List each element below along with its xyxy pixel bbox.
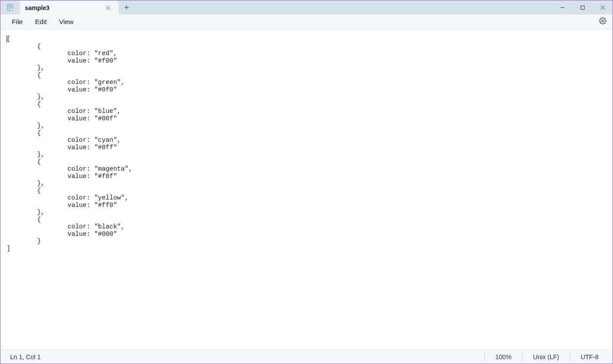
status-line-ending[interactable]: Unix (LF) bbox=[522, 354, 570, 360]
editor-content[interactable]: [ { color: "red", value: "#f00" }, { col… bbox=[7, 35, 606, 252]
svg-rect-0 bbox=[7, 4, 13, 10]
settings-button[interactable] bbox=[596, 15, 609, 28]
editor-area[interactable]: [ { color: "red", value: "#f00" }, { col… bbox=[0, 29, 613, 350]
svg-point-13 bbox=[602, 20, 603, 21]
status-zoom[interactable]: 100% bbox=[485, 354, 522, 360]
menubar: File Edit View bbox=[0, 14, 613, 29]
status-position[interactable]: Ln 1, Col 1 bbox=[4, 354, 41, 360]
app-icon bbox=[0, 0, 20, 14]
window-controls bbox=[552, 0, 613, 14]
minimize-button[interactable] bbox=[552, 0, 572, 14]
app-window: sample3 File Edit View bbox=[0, 0, 613, 364]
close-tab-icon[interactable] bbox=[103, 3, 113, 13]
text-cursor bbox=[7, 35, 7, 42]
status-encoding[interactable]: UTF-8 bbox=[570, 354, 609, 360]
new-tab-button[interactable] bbox=[119, 0, 134, 14]
tab-title: sample3 bbox=[25, 4, 103, 11]
svg-rect-10 bbox=[581, 6, 584, 9]
tab-active[interactable]: sample3 bbox=[20, 1, 119, 15]
menu-view[interactable]: View bbox=[53, 16, 80, 28]
menu-edit[interactable]: Edit bbox=[29, 16, 53, 28]
maximize-button[interactable] bbox=[572, 0, 592, 14]
menu-file[interactable]: File bbox=[6, 16, 29, 28]
statusbar: Ln 1, Col 1 100% Unix (LF) UTF-8 bbox=[0, 350, 613, 364]
close-window-button[interactable] bbox=[592, 0, 613, 14]
gear-icon bbox=[599, 17, 606, 26]
titlebar: sample3 bbox=[0, 0, 613, 14]
